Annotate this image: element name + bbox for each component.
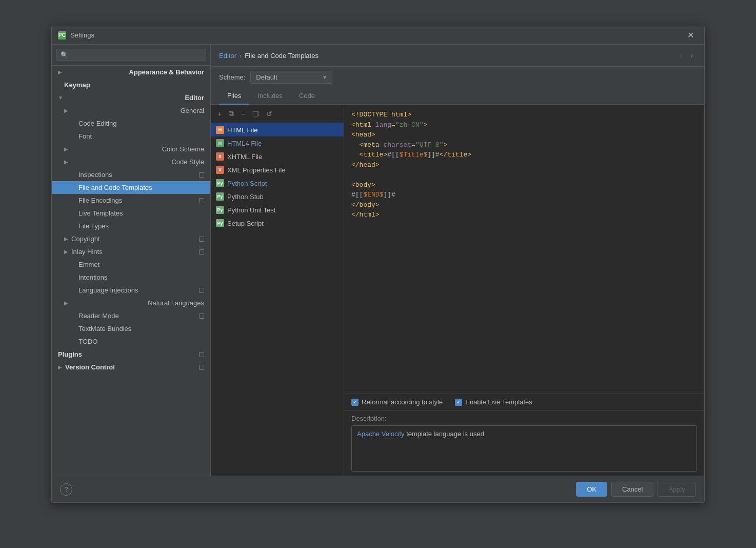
file-item-html4[interactable]: H HTML4 File [211,136,344,150]
vc-indicator [199,365,204,370]
scheme-row: Scheme: Default ▾ [211,67,704,88]
sidebar-item-label: Emmet [78,261,100,268]
python-unit-icon: Py [216,206,224,214]
sidebar-item-label: File Types [78,222,109,230]
back-button[interactable]: ‹ [676,50,685,61]
sidebar-item-editor[interactable]: ▼ Editor [52,91,210,104]
sidebar-item-natural-languages[interactable]: ▶ Natural Languages [52,297,210,309]
sidebar-item-general[interactable]: ▶ General [52,104,210,117]
expand-arrow: ▶ [58,364,62,370]
file-item-label: Python Stub [227,193,264,201]
sidebar-item-color-scheme[interactable]: ▶ Color Scheme [52,143,210,155]
code-line-1: <!DOCTYPE html> [351,110,697,120]
sidebar-item-label: Editor [185,94,204,102]
file-item-label: XHTML File [227,153,262,161]
sidebar-item-appearance[interactable]: ▶ Appearance & Behavior [52,66,210,79]
setup-icon: Py [216,219,224,227]
description-rest: template language is used [405,430,484,438]
options-bar: ✓ Reformat according to style ✓ Enable L… [344,394,704,410]
apache-velocity-link[interactable]: Apache Velocity [357,430,405,438]
reformat-label: Reformat according to style [362,398,443,406]
file-item-setup[interactable]: Py Setup Script [211,217,344,230]
sidebar-item-inspections[interactable]: Inspections [52,168,210,181]
app-icon: PC [58,31,66,40]
sidebar-item-keymap[interactable]: Keymap [52,79,210,91]
scheme-select[interactable]: Default ▾ [250,71,332,84]
sidebar-item-version-control[interactable]: ▶ Version Control [52,361,210,374]
apply-button[interactable]: Apply [658,482,696,497]
sidebar-item-reader-mode[interactable]: Reader Mode [52,309,210,322]
sidebar-item-file-templates[interactable]: File and Code Templates [52,181,210,194]
ok-button[interactable]: OK [576,482,607,497]
sidebar-item-plugins[interactable]: Plugins [52,348,210,361]
reformat-checkbox-box: ✓ [351,399,359,406]
forward-button[interactable]: › [687,50,696,61]
file-list-panel: + ⧉ − ❐ ↺ H HTML File H HTML4 File [211,105,344,476]
tab-files[interactable]: Files [219,88,249,105]
breadcrumb-parent[interactable]: Editor [219,52,236,60]
sidebar-item-emmet[interactable]: Emmet [52,258,210,271]
sidebar-item-textmate[interactable]: TextMate Bundles [52,322,210,335]
sidebar-item-language-injections[interactable]: Language Injections [52,284,210,297]
file-item-label: HTML4 File [227,140,262,147]
sidebar-item-label: TODO [78,338,97,345]
sidebar-item-inlay-hints[interactable]: ▶ Inlay Hints [52,245,210,258]
file-item-python-stub[interactable]: Py Python Stub [211,190,344,203]
sidebar-item-code-style[interactable]: ▶ Code Style [52,155,210,168]
sidebar-item-label: Copyright [71,235,100,243]
code-line-9: #[[$END$]]# [351,190,697,200]
sidebar-item-copyright[interactable]: ▶ Copyright [52,232,210,245]
file-item-label: Setup Script [227,220,264,227]
live-templates-checkbox[interactable]: ✓ Enable Live Templates [455,398,532,406]
sidebar-item-label: TextMate Bundles [78,325,131,332]
sidebar-item-label: Font [78,132,92,140]
sidebar-item-todo[interactable]: TODO [52,335,210,348]
remove-template-button[interactable]: − [238,108,248,120]
live-templates-label: Enable Live Templates [465,398,532,406]
file-encodings-indicator [199,198,204,203]
action-buttons: OK Cancel Apply [576,482,696,497]
sidebar-item-font[interactable]: Font [52,130,210,143]
search-input[interactable] [56,49,206,61]
bottom-bar: ? OK Cancel Apply [52,476,704,502]
file-item-xhtml[interactable]: X XHTML File [211,150,344,163]
scheme-arrow: ▾ [323,73,327,81]
cancel-button[interactable]: Cancel [611,482,653,497]
close-button[interactable]: ✕ [683,28,698,42]
xml-file-icon: X [216,166,224,174]
sidebar-item-label: Reader Mode [78,312,119,320]
tab-code[interactable]: Code [291,88,323,105]
sidebar-item-file-types[interactable]: File Types [52,220,210,232]
code-line-7 [351,170,697,180]
sidebar-item-label: Inspections [78,171,112,179]
sidebar-item-code-editing[interactable]: Code Editing [52,117,210,130]
file-item-xml[interactable]: X XML Properties File [211,163,344,177]
description-box: Apache Velocity template language is use… [351,425,697,472]
code-line-6: </head> [351,160,697,170]
tab-includes[interactable]: Includes [249,88,290,105]
sidebar-item-live-templates[interactable]: Live Templates [52,207,210,220]
sidebar-item-label: File and Code Templates [78,184,152,191]
editor-panel: <!DOCTYPE html> <html lang="zh-CN"> <hea… [344,105,704,476]
live-templates-checkbox-box: ✓ [455,399,462,406]
file-item-python-unit[interactable]: Py Python Unit Test [211,203,344,217]
copy-template-button[interactable]: ⧉ [226,108,236,120]
plugins-indicator [199,352,204,357]
help-button[interactable]: ? [60,483,72,496]
sidebar: ▶ Appearance & Behavior Keymap ▼ Editor … [52,45,211,476]
search-box [52,45,210,66]
duplicate-template-button[interactable]: ❐ [250,108,262,120]
file-item-html[interactable]: H HTML File [211,123,344,136]
breadcrumb-separator: › [240,52,242,60]
file-item-python-script[interactable]: Py Python Script [211,177,344,190]
file-list: H HTML File H HTML4 File X XHTML File [211,123,344,476]
reformat-checkbox[interactable]: ✓ Reformat according to style [351,398,443,406]
add-template-button[interactable]: + [215,108,224,120]
settings-window: PC Settings ✕ ▶ Appearance & Behavior Ke… [51,26,705,503]
sidebar-item-intentions[interactable]: Intentions [52,271,210,284]
code-line-10: </body> [351,200,697,210]
sidebar-item-file-encodings[interactable]: File Encodings [52,194,210,207]
reset-template-button[interactable]: ↺ [264,108,275,120]
code-editor[interactable]: <!DOCTYPE html> <html lang="zh-CN"> <hea… [344,105,704,394]
file-item-label: Python Unit Test [227,206,275,214]
